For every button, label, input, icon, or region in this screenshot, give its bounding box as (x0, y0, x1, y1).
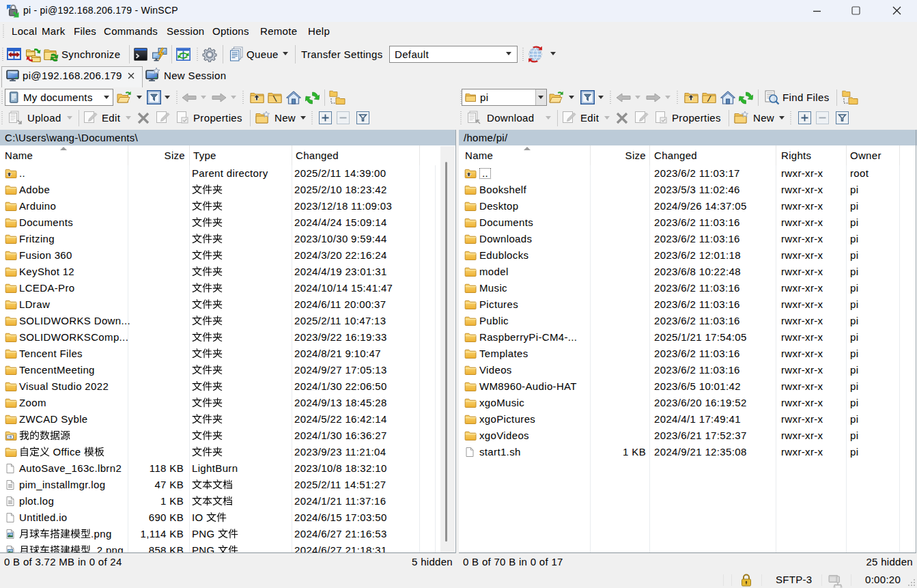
svg-text:\: \ (272, 95, 277, 104)
svg-text:/: / (707, 95, 711, 104)
